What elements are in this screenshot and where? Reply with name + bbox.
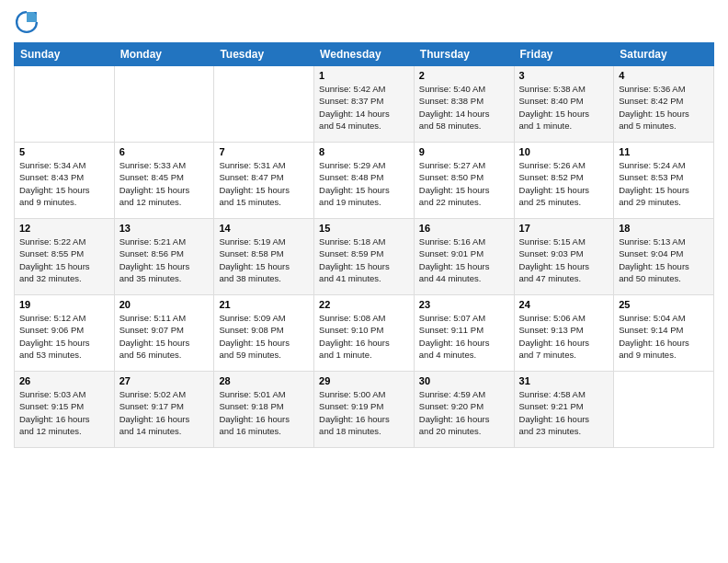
calendar-table: SundayMondayTuesdayWednesdayThursdayFrid… [14, 42, 714, 448]
day-number: 16 [419, 223, 509, 234]
day-info: Sunrise: 5:29 AM Sunset: 8:48 PM Dayligh… [319, 159, 409, 208]
calendar-week-2: 5Sunrise: 5:34 AM Sunset: 8:43 PM Daylig… [15, 143, 714, 219]
day-info: Sunrise: 5:31 AM Sunset: 8:47 PM Dayligh… [219, 159, 309, 208]
day-number: 20 [119, 299, 210, 310]
calendar-cell: 6Sunrise: 5:33 AM Sunset: 8:45 PM Daylig… [114, 143, 214, 219]
day-info: Sunrise: 5:04 AM Sunset: 9:14 PM Dayligh… [619, 312, 709, 361]
day-number: 21 [219, 299, 309, 310]
calendar-cell: 3Sunrise: 5:38 AM Sunset: 8:40 PM Daylig… [514, 66, 614, 143]
day-number: 2 [419, 70, 509, 81]
calendar-cell: 13Sunrise: 5:21 AM Sunset: 8:56 PM Dayli… [114, 219, 214, 295]
day-header-sunday: Sunday [15, 43, 115, 66]
day-info: Sunrise: 4:59 AM Sunset: 9:20 PM Dayligh… [419, 388, 509, 437]
calendar-cell: 24Sunrise: 5:06 AM Sunset: 9:13 PM Dayli… [514, 295, 614, 372]
day-number: 28 [219, 375, 309, 386]
calendar-week-3: 12Sunrise: 5:22 AM Sunset: 8:55 PM Dayli… [15, 219, 714, 295]
page-header [14, 9, 714, 35]
day-header-friday: Friday [514, 43, 614, 66]
calendar-cell [214, 66, 314, 143]
calendar-cell: 12Sunrise: 5:22 AM Sunset: 8:55 PM Dayli… [15, 219, 115, 295]
calendar-cell: 19Sunrise: 5:12 AM Sunset: 9:06 PM Dayli… [15, 295, 115, 372]
day-info: Sunrise: 5:42 AM Sunset: 8:37 PM Dayligh… [319, 83, 409, 132]
calendar-cell: 11Sunrise: 5:24 AM Sunset: 8:53 PM Dayli… [614, 143, 714, 219]
day-info: Sunrise: 5:38 AM Sunset: 8:40 PM Dayligh… [519, 83, 609, 132]
calendar-cell: 8Sunrise: 5:29 AM Sunset: 8:48 PM Daylig… [314, 143, 415, 219]
day-info: Sunrise: 5:09 AM Sunset: 9:08 PM Dayligh… [219, 312, 309, 361]
day-number: 27 [119, 375, 210, 386]
calendar-cell: 2Sunrise: 5:40 AM Sunset: 8:38 PM Daylig… [414, 66, 514, 143]
calendar-week-5: 26Sunrise: 5:03 AM Sunset: 9:15 PM Dayli… [15, 372, 714, 448]
calendar-cell: 15Sunrise: 5:18 AM Sunset: 8:59 PM Dayli… [314, 219, 415, 295]
logo-icon [14, 9, 40, 35]
calendar-cell: 7Sunrise: 5:31 AM Sunset: 8:47 PM Daylig… [214, 143, 314, 219]
day-number: 26 [19, 375, 109, 386]
day-number: 25 [619, 299, 709, 310]
day-number: 18 [619, 223, 709, 234]
day-info: Sunrise: 5:06 AM Sunset: 9:13 PM Dayligh… [519, 312, 609, 361]
calendar-cell: 10Sunrise: 5:26 AM Sunset: 8:52 PM Dayli… [514, 143, 614, 219]
day-number: 9 [419, 146, 509, 157]
calendar-cell: 1Sunrise: 5:42 AM Sunset: 8:37 PM Daylig… [314, 66, 415, 143]
day-info: Sunrise: 5:40 AM Sunset: 8:38 PM Dayligh… [419, 83, 509, 132]
day-number: 19 [19, 299, 109, 310]
day-info: Sunrise: 5:11 AM Sunset: 9:07 PM Dayligh… [119, 312, 210, 361]
calendar-cell: 28Sunrise: 5:01 AM Sunset: 9:18 PM Dayli… [214, 372, 314, 448]
day-info: Sunrise: 5:01 AM Sunset: 9:18 PM Dayligh… [219, 388, 309, 437]
day-info: Sunrise: 4:58 AM Sunset: 9:21 PM Dayligh… [519, 388, 609, 437]
day-info: Sunrise: 5:19 AM Sunset: 8:58 PM Dayligh… [219, 236, 309, 284]
calendar-cell: 14Sunrise: 5:19 AM Sunset: 8:58 PM Dayli… [214, 219, 314, 295]
calendar-cell: 27Sunrise: 5:02 AM Sunset: 9:17 PM Dayli… [114, 372, 214, 448]
calendar-cell: 9Sunrise: 5:27 AM Sunset: 8:50 PM Daylig… [414, 143, 514, 219]
day-info: Sunrise: 5:34 AM Sunset: 8:43 PM Dayligh… [19, 159, 109, 208]
day-number: 1 [319, 70, 409, 81]
day-info: Sunrise: 5:18 AM Sunset: 8:59 PM Dayligh… [319, 236, 409, 284]
day-info: Sunrise: 5:36 AM Sunset: 8:42 PM Dayligh… [619, 83, 709, 132]
day-number: 3 [519, 70, 609, 81]
day-number: 29 [319, 375, 409, 386]
calendar-cell: 31Sunrise: 4:58 AM Sunset: 9:21 PM Dayli… [514, 372, 614, 448]
day-number: 10 [519, 146, 609, 157]
day-info: Sunrise: 5:22 AM Sunset: 8:55 PM Dayligh… [19, 236, 109, 284]
day-number: 8 [319, 146, 409, 157]
day-number: 4 [619, 70, 709, 81]
calendar-cell [614, 372, 714, 448]
day-info: Sunrise: 5:08 AM Sunset: 9:10 PM Dayligh… [319, 312, 409, 361]
day-number: 17 [519, 223, 609, 234]
day-info: Sunrise: 5:24 AM Sunset: 8:53 PM Dayligh… [619, 159, 709, 208]
day-number: 7 [219, 146, 309, 157]
logo [14, 9, 43, 35]
calendar-header-row: SundayMondayTuesdayWednesdayThursdayFrid… [15, 43, 714, 66]
day-number: 22 [319, 299, 409, 310]
day-info: Sunrise: 5:16 AM Sunset: 9:01 PM Dayligh… [419, 236, 509, 284]
day-number: 13 [119, 223, 210, 234]
day-info: Sunrise: 5:00 AM Sunset: 9:19 PM Dayligh… [319, 388, 409, 437]
day-info: Sunrise: 5:12 AM Sunset: 9:06 PM Dayligh… [19, 312, 109, 361]
day-info: Sunrise: 5:13 AM Sunset: 9:04 PM Dayligh… [619, 236, 709, 284]
calendar-cell: 21Sunrise: 5:09 AM Sunset: 9:08 PM Dayli… [214, 295, 314, 372]
calendar-week-4: 19Sunrise: 5:12 AM Sunset: 9:06 PM Dayli… [15, 295, 714, 372]
calendar-cell: 18Sunrise: 5:13 AM Sunset: 9:04 PM Dayli… [614, 219, 714, 295]
day-number: 6 [119, 146, 210, 157]
day-info: Sunrise: 5:33 AM Sunset: 8:45 PM Dayligh… [119, 159, 210, 208]
day-number: 5 [19, 146, 109, 157]
day-number: 14 [219, 223, 309, 234]
day-header-monday: Monday [114, 43, 214, 66]
day-info: Sunrise: 5:26 AM Sunset: 8:52 PM Dayligh… [519, 159, 609, 208]
calendar-cell [114, 66, 214, 143]
calendar-cell: 30Sunrise: 4:59 AM Sunset: 9:20 PM Dayli… [414, 372, 514, 448]
day-info: Sunrise: 5:15 AM Sunset: 9:03 PM Dayligh… [519, 236, 609, 284]
day-number: 23 [419, 299, 509, 310]
page-container: SundayMondayTuesdayWednesdayThursdayFrid… [0, 0, 728, 457]
calendar-cell: 25Sunrise: 5:04 AM Sunset: 9:14 PM Dayli… [614, 295, 714, 372]
day-number: 12 [19, 223, 109, 234]
calendar-cell: 29Sunrise: 5:00 AM Sunset: 9:19 PM Dayli… [314, 372, 415, 448]
calendar-cell: 20Sunrise: 5:11 AM Sunset: 9:07 PM Dayli… [114, 295, 214, 372]
calendar-cell: 16Sunrise: 5:16 AM Sunset: 9:01 PM Dayli… [414, 219, 514, 295]
day-info: Sunrise: 5:07 AM Sunset: 9:11 PM Dayligh… [419, 312, 509, 361]
day-header-wednesday: Wednesday [314, 43, 415, 66]
day-header-thursday: Thursday [414, 43, 514, 66]
day-number: 31 [519, 375, 609, 386]
calendar-cell: 26Sunrise: 5:03 AM Sunset: 9:15 PM Dayli… [15, 372, 115, 448]
calendar-cell: 4Sunrise: 5:36 AM Sunset: 8:42 PM Daylig… [614, 66, 714, 143]
calendar-cell: 23Sunrise: 5:07 AM Sunset: 9:11 PM Dayli… [414, 295, 514, 372]
